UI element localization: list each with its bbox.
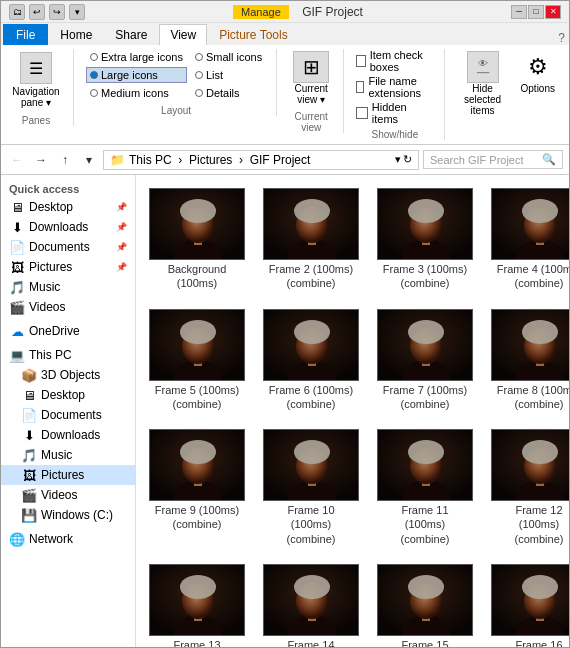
svg-rect-41	[378, 310, 473, 381]
sidebar-item-downloads-pc[interactable]: ⬇ Downloads	[1, 425, 135, 445]
hide-selected-button[interactable]: 👁 ━━━ Hide selected items	[457, 49, 509, 118]
forward-button[interactable]: →	[31, 150, 51, 170]
path-text: This PC › Pictures › GIF Project	[129, 153, 310, 167]
large-icons-btn[interactable]: Large icons	[86, 67, 187, 83]
onedrive-icon: ☁	[9, 323, 25, 339]
path-folder-icon: 📁	[110, 153, 125, 167]
details-btn[interactable]: Details	[191, 85, 266, 101]
music-pc-icon: 🎵	[21, 447, 37, 463]
file-item-1[interactable]: Frame 2 (100ms) (combine)	[258, 183, 364, 296]
sidebar-item-thispc[interactable]: 💻 This PC	[1, 345, 135, 365]
file-item-4[interactable]: Frame 5 (100ms) (combine)	[144, 304, 250, 417]
file-item-10[interactable]: Frame 11 (100ms) (combine)	[372, 424, 478, 551]
hidden-items-checkbox[interactable]	[356, 107, 368, 119]
thispc-icon: 💻	[9, 347, 25, 363]
svg-rect-47	[492, 310, 569, 381]
sidebar-item-network[interactable]: 🌐 Network	[1, 529, 135, 549]
large-icons-radio	[90, 71, 98, 79]
sidebar-item-pictures-pc[interactable]: 🖼 Pictures	[1, 465, 135, 485]
file-item-7[interactable]: Frame 8 (100ms) (combine)	[486, 304, 569, 417]
hidden-items-option[interactable]: Hidden items	[356, 101, 433, 125]
tab-home[interactable]: Home	[49, 24, 103, 45]
sidebar-item-documents-pc[interactable]: 📄 Documents	[1, 405, 135, 425]
sidebar-item-downloads[interactable]: ⬇ Downloads 📌	[1, 217, 135, 237]
medium-icons-btn[interactable]: Medium icons	[86, 85, 187, 101]
address-bar: ← → ↑ ▾ 📁 This PC › Pictures › GIF Proje…	[1, 145, 569, 175]
refresh-icon[interactable]: ▾	[395, 153, 401, 166]
svg-rect-89	[378, 565, 473, 636]
item-check-boxes-option[interactable]: Item check boxes	[356, 49, 433, 73]
ribbon-group-panes: ☰ Navigationpane ▾ Panes	[9, 49, 74, 126]
pin-icon: 📌	[116, 202, 127, 212]
file-item-8[interactable]: Frame 9 (100ms) (combine)	[144, 424, 250, 551]
sidebar-item-music-pc[interactable]: 🎵 Music	[1, 445, 135, 465]
help-icon[interactable]: ?	[558, 31, 565, 45]
file-item-13[interactable]: Frame 14 (100ms) (combine)	[258, 559, 364, 648]
up-button[interactable]: ↑	[55, 150, 75, 170]
sidebar-item-videos-pc[interactable]: 🎬 Videos	[1, 485, 135, 505]
close-button[interactable]: ✕	[545, 5, 561, 19]
tab-picture-tools[interactable]: Picture Tools	[208, 24, 298, 45]
file-item-6[interactable]: Frame 7 (100ms) (combine)	[372, 304, 478, 417]
current-view-button[interactable]: ⊞ Currentview ▾	[289, 49, 333, 107]
file-name-extensions-option[interactable]: File name extensions	[356, 75, 433, 99]
documents-icon: 📄	[9, 239, 25, 255]
sidebar-item-desktop[interactable]: 🖥 Desktop 📌	[1, 197, 135, 217]
sidebar-item-documents[interactable]: 📄 Documents 📌	[1, 237, 135, 257]
search-box[interactable]: Search GIF Project 🔍	[423, 150, 563, 169]
sidebar-item-windows-c[interactable]: 💾 Windows (C:)	[1, 505, 135, 525]
sidebar-item-3dobjects[interactable]: 📦 3D Objects	[1, 365, 135, 385]
tab-view[interactable]: View	[159, 24, 207, 45]
file-thumb-2	[377, 188, 473, 260]
file-label-7: Frame 8 (100ms) (combine)	[497, 383, 569, 412]
file-item-15[interactable]: Frame 16 (100ms) (combine)	[486, 559, 569, 648]
small-icons-btn[interactable]: Small icons	[191, 49, 266, 65]
ribbon-tabs: File Home Share View Picture Tools ?	[1, 23, 569, 45]
file-label-2: Frame 3 (100ms) (combine)	[383, 262, 467, 291]
search-icon: 🔍	[542, 153, 556, 166]
minimize-button[interactable]: ─	[511, 5, 527, 19]
svg-rect-53	[150, 430, 245, 501]
show-hide-content: Item check boxes File name extensions Hi…	[356, 49, 433, 125]
file-item-12[interactable]: Frame 13 (100ms) (combine)	[144, 559, 250, 648]
file-label-10: Frame 11 (100ms) (combine)	[401, 503, 450, 546]
file-item-5[interactable]: Frame 6 (100ms) (combine)	[258, 304, 364, 417]
file-row-1: Frame 5 (100ms) (combine)Frame 6 (100ms)…	[144, 304, 561, 417]
file-label-15: Frame 16 (100ms) (combine)	[515, 638, 564, 648]
file-thumb-10	[377, 429, 473, 501]
back-button[interactable]: ←	[7, 150, 27, 170]
item-check-boxes-checkbox[interactable]	[356, 55, 365, 67]
pin-icon-4: 📌	[116, 262, 127, 272]
file-item-0[interactable]: Background (100ms)	[144, 183, 250, 296]
sidebar-item-onedrive[interactable]: ☁ OneDrive	[1, 321, 135, 341]
file-item-11[interactable]: Frame 12 (100ms) (combine)	[486, 424, 569, 551]
file-item-3[interactable]: Frame 4 (100ms) (combine)	[486, 183, 569, 296]
file-item-9[interactable]: Frame 10 (100ms) (combine)	[258, 424, 364, 551]
sidebar-item-desktop-pc[interactable]: 🖥 Desktop	[1, 385, 135, 405]
file-thumb-15	[491, 564, 569, 636]
sidebar-item-pictures[interactable]: 🖼 Pictures 📌	[1, 257, 135, 277]
options-button[interactable]: ⚙ Options	[515, 49, 561, 96]
recent-locations-button[interactable]: ▾	[79, 150, 99, 170]
downloads-icon: ⬇	[9, 219, 25, 235]
maximize-button[interactable]: □	[528, 5, 544, 19]
list-btn[interactable]: List	[191, 67, 266, 83]
reload-icon[interactable]: ↻	[403, 153, 412, 166]
file-name-extensions-checkbox[interactable]	[356, 81, 364, 93]
file-row-0: Background (100ms)Frame 2 (100ms) (combi…	[144, 183, 561, 296]
file-item-14[interactable]: Frame 15 (100ms) (combine)	[372, 559, 478, 648]
address-path[interactable]: 📁 This PC › Pictures › GIF Project ▾ ↻	[103, 150, 419, 170]
pin-icon-2: 📌	[116, 222, 127, 232]
extra-large-icons-btn[interactable]: Extra large icons	[86, 49, 187, 65]
tab-file[interactable]: File	[3, 24, 48, 45]
file-item-2[interactable]: Frame 3 (100ms) (combine)	[372, 183, 478, 296]
current-view-group-title: Current view	[289, 107, 333, 133]
sidebar-item-videos[interactable]: 🎬 Videos	[1, 297, 135, 317]
file-label-0: Background (100ms)	[168, 262, 227, 291]
navigation-pane-button[interactable]: ☰ Navigationpane ▾	[9, 49, 63, 111]
desktop-icon: 🖥	[9, 199, 25, 215]
file-thumb-3	[491, 188, 569, 260]
desktop-pc-icon: 🖥	[21, 387, 37, 403]
tab-share[interactable]: Share	[104, 24, 158, 45]
sidebar-item-music[interactable]: 🎵 Music	[1, 277, 135, 297]
